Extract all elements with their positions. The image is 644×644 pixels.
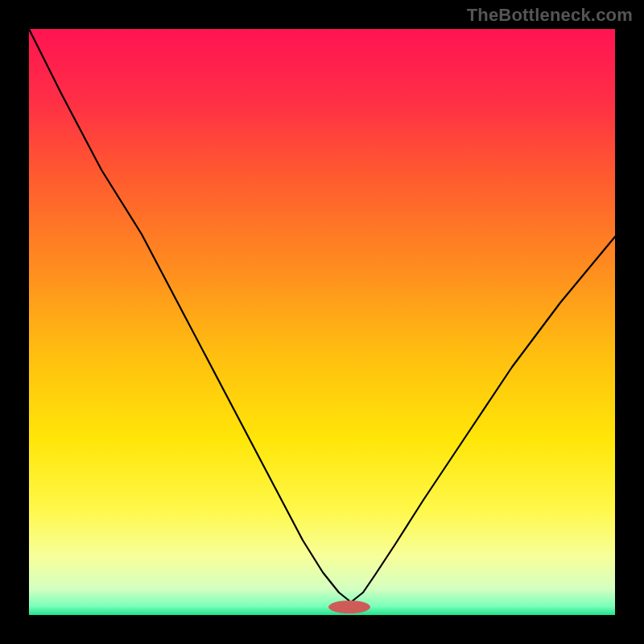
- chart-frame: TheBottleneck.com: [0, 0, 644, 644]
- optimum-marker: [328, 601, 370, 613]
- bottleneck-plot: [29, 29, 615, 615]
- watermark-text: TheBottleneck.com: [467, 5, 633, 26]
- plot-background: [29, 29, 615, 615]
